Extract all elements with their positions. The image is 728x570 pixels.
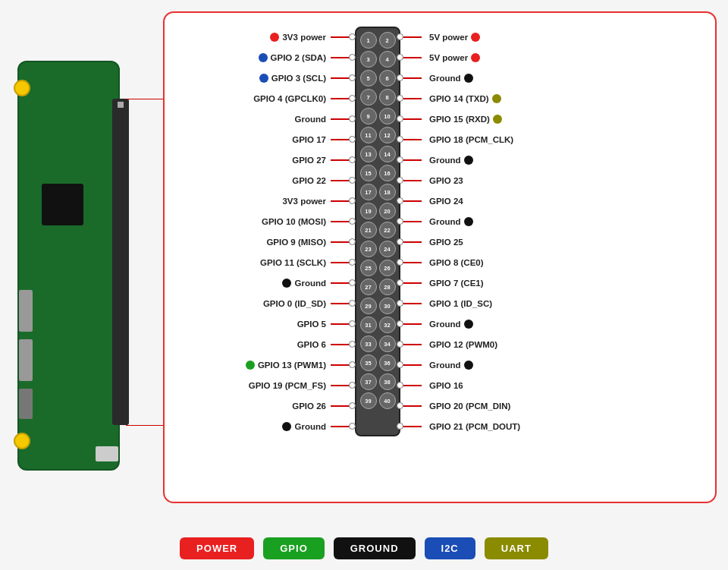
left-line-31 — [331, 334, 355, 354]
left-line-37 — [331, 395, 355, 416]
right-line-14 — [400, 150, 425, 170]
pin-pair-33-34: 3334 — [360, 335, 396, 352]
pin-35: 35 — [360, 354, 377, 371]
right-label-2: 5V power — [425, 27, 573, 47]
legend: POWER GPIO GROUND I2C UART — [0, 537, 728, 559]
pin-27: 27 — [360, 279, 377, 295]
right-line-8 — [400, 88, 425, 109]
legend-i2c: I2C — [425, 537, 475, 559]
left-label-11: GPIO 17 — [183, 129, 331, 150]
right-label-30: Ground — [425, 313, 573, 334]
legend-uart: UART — [485, 537, 548, 559]
right-label-32: GPIO 12 (PWM0) — [425, 334, 573, 354]
left-line-19 — [331, 211, 355, 231]
left-line-9 — [331, 109, 355, 129]
right-label-28: GPIO 1 (ID_SC) — [425, 293, 573, 313]
right-label-12: GPIO 18 (PCM_CLK) — [425, 129, 573, 150]
pin-26: 26 — [379, 260, 396, 276]
pin-6: 6 — [379, 70, 396, 87]
right-line-2 — [400, 27, 425, 47]
pin-28: 28 — [379, 279, 396, 295]
left-label-35: GPIO 19 (PCM_FS) — [183, 375, 331, 395]
pin-20: 20 — [379, 203, 396, 219]
pin-pair-1-2: 12 — [360, 32, 396, 49]
pin-10: 10 — [379, 108, 396, 124]
pin-pair-19-20: 1920 — [360, 203, 396, 219]
pin-31: 31 — [360, 316, 377, 333]
right-line-30 — [400, 313, 425, 334]
pin-21: 21 — [360, 222, 377, 238]
right-line-4 — [400, 47, 425, 68]
left-line-25 — [331, 272, 355, 293]
pin-24: 24 — [379, 241, 396, 257]
pin-pair-35-36: 3536 — [360, 354, 396, 371]
left-line-33 — [331, 354, 355, 375]
pin-pair-27-28: 2728 — [360, 279, 396, 295]
right-line-28 — [400, 293, 425, 313]
left-label-39: Ground — [183, 416, 331, 436]
pin-pair-17-18: 1718 — [360, 184, 396, 200]
left-label-9: Ground — [183, 109, 331, 129]
right-label-18: GPIO 24 — [425, 191, 573, 211]
pin-8: 8 — [379, 89, 396, 105]
pin-19: 19 — [360, 203, 377, 219]
pin-12: 12 — [379, 127, 396, 143]
legend-power: POWER — [180, 537, 254, 559]
left-line-7 — [331, 88, 355, 109]
left-label-5: GPIO 3 (SCL) — [183, 68, 331, 88]
right-line-26 — [400, 272, 425, 293]
pin-4: 4 — [379, 51, 396, 68]
right-label-38: GPIO 20 (PCM_DIN) — [425, 395, 573, 416]
pin-7: 7 — [360, 89, 377, 105]
pin-40: 40 — [379, 392, 396, 409]
left-label-19: GPIO 10 (MOSI) — [183, 211, 331, 231]
pin-25: 25 — [360, 260, 377, 276]
right-label-4: 5V power — [425, 47, 573, 68]
right-label-34: Ground — [425, 354, 573, 375]
left-line-13 — [331, 150, 355, 170]
left-label-27: GPIO 0 (ID_SD) — [183, 293, 331, 313]
left-label-15: GPIO 22 — [183, 170, 331, 191]
left-label-13: GPIO 27 — [183, 150, 331, 170]
left-label-31: GPIO 6 — [183, 334, 331, 354]
right-line-20 — [400, 211, 425, 231]
left-line-11 — [331, 129, 355, 150]
right-line-6 — [400, 68, 425, 88]
pin-18: 18 — [379, 184, 396, 200]
left-label-33: GPIO 13 (PWM1) — [183, 354, 331, 375]
pin-2: 2 — [379, 32, 396, 49]
pin-38: 38 — [379, 373, 396, 390]
left-line-5 — [331, 68, 355, 88]
right-label-20: Ground — [425, 211, 573, 231]
right-label-40: GPIO 21 (PCM_DOUT) — [425, 416, 573, 436]
pin-14: 14 — [379, 146, 396, 162]
right-line-36 — [400, 375, 425, 395]
left-line-35 — [331, 375, 355, 395]
right-label-36: GPIO 16 — [425, 375, 573, 395]
left-label-37: GPIO 26 — [183, 395, 331, 416]
pin-pair-9-10: 910 — [360, 108, 396, 124]
left-line-21 — [331, 231, 355, 252]
right-line-12 — [400, 129, 425, 150]
pin-16: 16 — [379, 165, 396, 181]
pin-17: 17 — [360, 184, 377, 200]
pin-29: 29 — [360, 298, 377, 314]
pin-36: 36 — [379, 354, 396, 371]
right-line-32 — [400, 334, 425, 354]
pin-3: 3 — [360, 51, 377, 68]
right-label-26: GPIO 7 (CE1) — [425, 272, 573, 293]
left-line-39 — [331, 416, 355, 436]
diagram-box: 3V3 powerGPIO 2 (SDA)GPIO 3 (SCL)GPIO 4 … — [163, 11, 717, 503]
right-line-38 — [400, 395, 425, 416]
pin-pair-15-16: 1516 — [360, 165, 396, 181]
pin-pair-7-8: 78 — [360, 89, 396, 105]
left-label-29: GPIO 5 — [183, 313, 331, 334]
pin-34: 34 — [379, 335, 396, 352]
pin-1: 1 — [360, 32, 377, 49]
pin-pair-13-14: 1314 — [360, 146, 396, 162]
pin-13: 13 — [360, 146, 377, 162]
right-line-16 — [400, 170, 425, 191]
left-label-3: GPIO 2 (SDA) — [183, 47, 331, 68]
right-label-22: GPIO 25 — [425, 231, 573, 252]
left-label-1: 3V3 power — [183, 27, 331, 47]
